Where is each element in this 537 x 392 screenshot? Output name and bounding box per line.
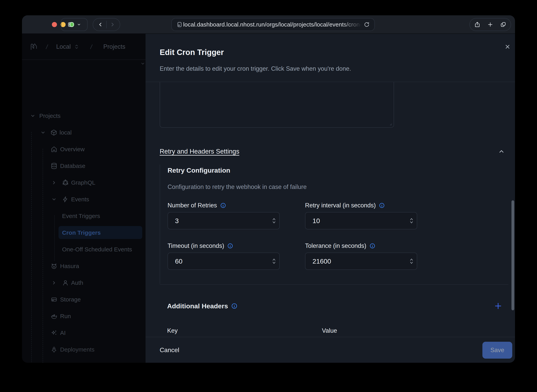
chevron-right-icon[interactable]: [51, 280, 56, 285]
modal-subtitle: Enter the details to edit your cron trig…: [160, 65, 351, 72]
browser-toolbar: local.dashboard.local.nhost.run/orgs/loc…: [22, 15, 515, 34]
retry-configuration-heading: Retry Configuration: [168, 167, 230, 174]
tree-item-storage[interactable]: Storage: [22, 291, 145, 308]
info-icon[interactable]: [231, 303, 238, 309]
additional-headers-heading: Additional Headers: [167, 302, 238, 310]
modal-header: Edit Cron Trigger Enter the details to e…: [145, 34, 515, 82]
org-select[interactable]: Local: [56, 43, 71, 50]
payload-textarea[interactable]: [160, 82, 394, 128]
additional-headers-row: Additional Headers: [167, 302, 502, 310]
reader-icon[interactable]: [176, 21, 183, 28]
chevron-down-icon[interactable]: [51, 197, 56, 202]
number-of-retries-input[interactable]: [168, 217, 269, 225]
graphql-icon: [62, 179, 69, 186]
retry-configuration-section: Retry Configuration Configuration to ret…: [160, 165, 505, 284]
docker-icon: [51, 313, 57, 320]
section-chevron-icon: [140, 61, 145, 66]
breadcrumb-slash-icon: [88, 43, 95, 50]
chevron-down-icon[interactable]: [41, 130, 46, 135]
home-icon: [51, 146, 57, 153]
user-icon: [62, 280, 69, 286]
database-icon: [51, 163, 57, 169]
chevron-up-icon[interactable]: [498, 148, 505, 155]
cube-icon: [51, 129, 57, 136]
project-tree: Projects local Overview Database: [22, 107, 145, 363]
edit-cron-trigger-modal: Edit Cron Trigger Enter the details to e…: [145, 34, 515, 363]
tree-item-run[interactable]: Run: [22, 308, 145, 324]
info-icon[interactable]: [220, 202, 226, 208]
retry-interval-input[interactable]: [305, 217, 406, 225]
save-button[interactable]: Save: [482, 342, 512, 359]
org-select-chevrons-icon[interactable]: [74, 44, 79, 50]
info-icon[interactable]: [369, 243, 375, 249]
tree-item-auth[interactable]: Auth: [22, 274, 145, 291]
breadcrumb-slash-icon: [44, 43, 50, 50]
timeout-input[interactable]: [168, 257, 269, 265]
rocket-icon: [51, 346, 57, 353]
cancel-button[interactable]: Cancel: [160, 346, 179, 354]
modal-scrollbar-thumb[interactable]: [511, 200, 514, 310]
stepper-icon[interactable]: [269, 258, 279, 264]
tree-item-events[interactable]: Events: [22, 191, 145, 208]
tree-item-graphql[interactable]: GraphQL: [22, 174, 145, 191]
section-divider: [160, 284, 508, 285]
timeout-label: Timeout (in seconds): [168, 242, 233, 249]
header-key-column-label: Key: [167, 327, 177, 334]
add-header-button[interactable]: [494, 302, 502, 310]
retry-interval-label: Retry interval (in seconds): [305, 202, 385, 209]
tolerance-field: [305, 252, 417, 270]
nhost-logo[interactable]: [29, 42, 38, 51]
stepper-icon[interactable]: [406, 258, 417, 264]
info-icon[interactable]: [379, 202, 385, 208]
number-of-retries-label: Number of Retries: [168, 202, 226, 209]
tree-item-local[interactable]: local: [22, 124, 145, 141]
info-icon[interactable]: [227, 243, 233, 249]
stepper-icon[interactable]: [406, 218, 417, 224]
scope-select[interactable]: Projects: [103, 43, 125, 50]
tree-item-cron-triggers[interactable]: Cron Triggers: [22, 224, 145, 241]
tree-item-one-off-scheduled-events[interactable]: One-Off Scheduled Events: [22, 241, 145, 258]
retry-interval-field: [305, 212, 417, 229]
tolerance-input[interactable]: [305, 257, 406, 265]
storage-icon: [51, 296, 57, 303]
tree-item-backups[interactable]: Backups: [22, 358, 145, 363]
forward-button[interactable]: [107, 22, 118, 28]
tab-overview-icon[interactable]: [500, 21, 506, 28]
tree-item-hasura[interactable]: Hasura: [22, 258, 145, 274]
browser-window: local.dashboard.local.nhost.run/orgs/loc…: [22, 15, 515, 363]
url-text[interactable]: local.dashboard.local.nhost.run/orgs/loc…: [183, 21, 364, 28]
tree-item-overview[interactable]: Overview: [22, 141, 145, 158]
modal-footer: Cancel Save: [145, 337, 515, 363]
back-button[interactable]: [95, 22, 106, 28]
modal-body: Retry and Headers Settings Retry Configu…: [145, 82, 515, 337]
reload-icon[interactable]: [364, 22, 370, 28]
chevron-right-icon[interactable]: [51, 180, 56, 185]
workspace-breadcrumb: Local Projects: [22, 34, 145, 60]
screen: local.dashboard.local.nhost.run/orgs/loc…: [0, 0, 537, 392]
chevron-down-icon: [77, 23, 81, 27]
tree-item-event-triggers[interactable]: Event Triggers: [22, 208, 145, 224]
sparkles-icon: [51, 330, 57, 336]
close-icon[interactable]: [503, 42, 512, 51]
address-bar[interactable]: local.dashboard.local.nhost.run/orgs/loc…: [171, 18, 375, 31]
chevron-down-icon[interactable]: [30, 113, 35, 118]
sidebar-toggle-button[interactable]: [61, 18, 88, 31]
lightning-icon: [62, 196, 69, 203]
hasura-icon: [51, 263, 57, 270]
tree-item-projects[interactable]: Projects: [22, 107, 145, 124]
traffic-close-button[interactable]: [52, 22, 57, 27]
tree-item-deployments[interactable]: Deployments: [22, 341, 145, 358]
tree-item-ai[interactable]: AI: [22, 324, 145, 341]
retry-configuration-description: Configuration to retry the webhook in ca…: [168, 183, 307, 191]
retry-headers-settings-link[interactable]: Retry and Headers Settings: [160, 148, 239, 155]
share-icon[interactable]: [474, 21, 481, 28]
app-sidebar: Local Projects: [22, 34, 145, 363]
resize-grip-icon[interactable]: [388, 121, 392, 126]
tree-item-database[interactable]: Database: [22, 158, 145, 174]
tolerance-label: Tolerance (in seconds): [305, 242, 375, 249]
retry-headers-settings-row: Retry and Headers Settings: [160, 148, 507, 155]
stepper-icon[interactable]: [269, 218, 279, 224]
timeout-field: [168, 252, 280, 270]
header-value-column-label: Value: [322, 327, 337, 334]
new-tab-icon[interactable]: [487, 21, 493, 28]
